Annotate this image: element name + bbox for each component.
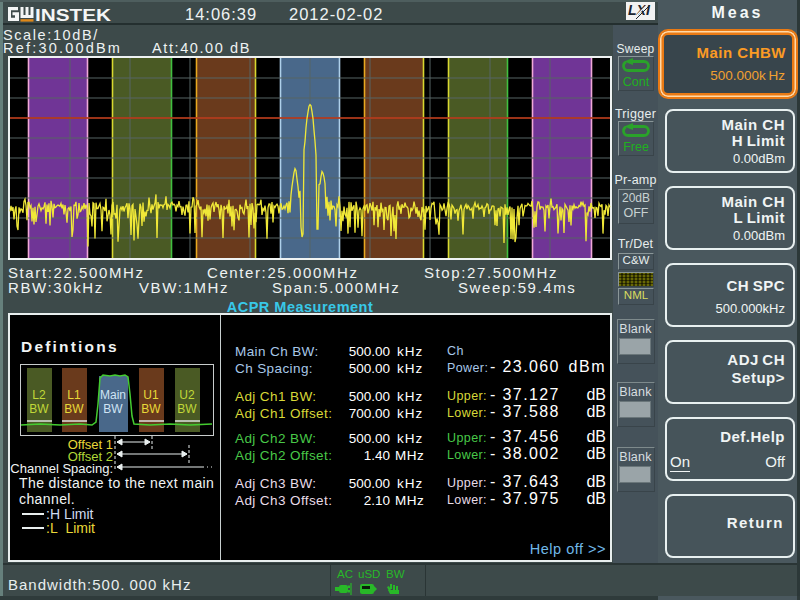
svg-text:BW: BW	[29, 402, 49, 416]
svg-text:BW: BW	[103, 402, 123, 416]
svg-text:L2: L2	[32, 388, 46, 402]
svg-text:BW: BW	[64, 402, 84, 416]
svg-text:L1: L1	[67, 388, 81, 402]
svg-text:U1: U1	[143, 388, 159, 402]
svg-text:Main: Main	[100, 388, 126, 402]
svg-text:BW: BW	[141, 402, 161, 416]
svg-text:INSTEK: INSTEK	[35, 6, 112, 23]
svg-text:U2: U2	[179, 388, 195, 402]
svg-text:BW: BW	[177, 402, 197, 416]
